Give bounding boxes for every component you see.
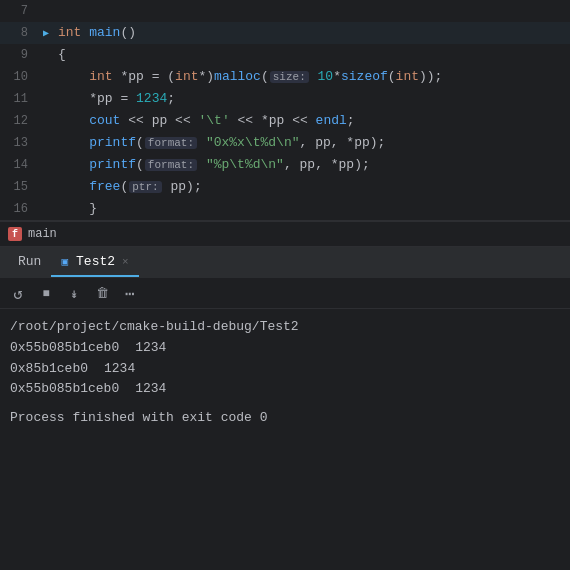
clear-button[interactable]: 🗑 [92,284,112,304]
line-content-14: printf(format: "%p\t%d\n", pp, *pp); [54,154,570,176]
code-line-14: 14 printf(format: "%p\t%d\n", pp, *pp); [0,154,570,176]
console-addr-3: 0x55b085b1ceb0 [10,379,119,400]
console-addr-1: 0x55b085b1ceb0 [10,338,119,359]
line-number-9: 9 [0,44,38,66]
param-hint-size: size: [270,71,309,83]
code-line-16: 16 } [0,198,570,220]
tab-test2[interactable]: ▣ Test2 × [51,248,138,277]
more-options-button[interactable]: ⋯ [120,284,140,304]
console-val-2: 1234 [104,359,135,380]
line-content-9: { [54,44,570,66]
console-val-1: 1234 [135,338,166,359]
console-path-text: /root/project/cmake-build-debug/Test2 [10,317,299,338]
breadcrumb-bar: f main [0,221,570,247]
line-content-8: int main() [54,22,570,44]
console-output-line-3: 0x55b085b1ceb0 1234 [10,379,560,400]
line-arrow-8: ▶ [38,23,54,45]
run-panel: Run ▣ Test2 × ↺ ■ ↡ 🗑 ⋯ /root/project/cm… [0,247,570,437]
console-output-line-1: 0x55b085b1ceb0 1234 [10,338,560,359]
breadcrumb-func-name: main [28,227,57,241]
param-hint-format14: format: [145,159,197,171]
run-toolbar: ↺ ■ ↡ 🗑 ⋯ [0,279,570,309]
code-line-10: 10 int *pp = (int*)malloc(size: 10*sizeo… [0,66,570,88]
console-val-3: 1234 [135,379,166,400]
tab-close-icon[interactable]: × [122,256,129,268]
code-line-8: 8 ▶ int main() [0,22,570,44]
code-line-12: 12 cout << pp << '\t' << *pp << endl; [0,110,570,132]
line-content-13: printf(format: "0x%x\t%d\n", pp, *pp); [54,132,570,154]
line-content-15: free(ptr: pp); [54,176,570,198]
code-line-13: 13 printf(format: "0x%x\t%d\n", pp, *pp)… [0,132,570,154]
tab-run[interactable]: Run [8,248,51,277]
console-exit-msg: Process finished with exit code 0 [10,408,560,429]
code-line-15: 15 free(ptr: pp); [0,176,570,198]
line-number-15: 15 [0,176,38,198]
line-content-10: int *pp = (int*)malloc(size: 10*sizeof(i… [54,66,570,88]
line-content-12: cout << pp << '\t' << *pp << endl; [54,110,570,132]
console-output-line-2: 0x85b1ceb0 1234 [10,359,560,380]
line-number-11: 11 [0,88,38,110]
line-number-12: 12 [0,110,38,132]
line-number-14: 14 [0,154,38,176]
code-line-7: 7 [0,0,570,22]
console-path-line: /root/project/cmake-build-debug/Test2 [10,317,560,338]
line-number-16: 16 [0,198,38,220]
line-number-13: 13 [0,132,38,154]
stop-button[interactable]: ■ [36,284,56,304]
console-addr-2: 0x85b1ceb0 [10,359,88,380]
line-content-11: *pp = 1234; [54,88,570,110]
line-number-8: 8 [0,22,38,44]
tab-run-label: Run [18,254,41,269]
code-editor: 7 8 ▶ int main() 9 { 10 int *pp = (int*)… [0,0,570,221]
param-hint-format13: format: [145,137,197,149]
tab-test2-icon: ▣ [61,255,68,268]
line-number-7: 7 [0,0,38,22]
line-number-10: 10 [0,66,38,88]
func-badge-icon: f [8,227,22,241]
tab-test2-label: Test2 [76,254,115,269]
code-line-11: 11 *pp = 1234; [0,88,570,110]
console-output: /root/project/cmake-build-debug/Test2 0x… [0,309,570,437]
run-tabs: Run ▣ Test2 × [0,247,570,279]
code-line-9: 9 { [0,44,570,66]
rerun-button[interactable]: ↺ [8,284,28,304]
param-hint-ptr: ptr: [129,181,161,193]
breakpoint-arrow-icon: ▶ [43,23,49,45]
scroll-to-end-button[interactable]: ↡ [64,284,84,304]
line-content-16: } [54,198,570,220]
